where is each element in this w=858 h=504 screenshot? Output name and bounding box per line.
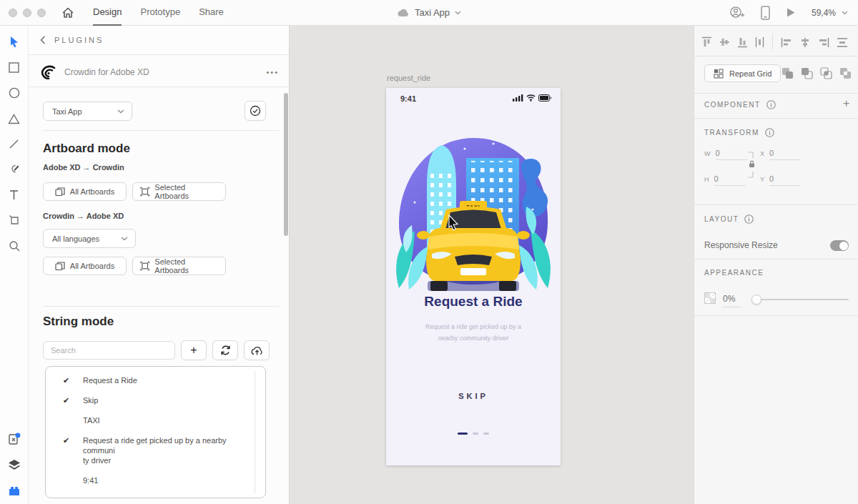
y-input[interactable]: [769, 174, 801, 186]
width-field[interactable]: W: [704, 149, 747, 160]
text-tool-icon[interactable]: [7, 187, 21, 202]
minimize-window-icon[interactable]: [23, 9, 31, 17]
distribute-horizontal-icon[interactable]: [755, 36, 764, 48]
zoom-tool-icon[interactable]: [7, 239, 21, 253]
home-icon[interactable]: [61, 6, 74, 19]
play-preview-icon[interactable]: [786, 7, 796, 18]
all-artboards-label: All Artboards: [70, 262, 114, 270]
mode-tabs: Design Prototype Share: [93, 0, 224, 26]
tab-design[interactable]: Design: [93, 0, 122, 26]
string-row[interactable]: 9:41: [46, 470, 265, 490]
add-component-button[interactable]: +: [843, 97, 849, 110]
selected-artboards-label: Selected Artboards: [154, 183, 218, 200]
align-center-icon[interactable]: [799, 37, 811, 48]
boolean-exclude-icon[interactable]: [839, 67, 852, 79]
boolean-subtract-icon[interactable]: [801, 67, 813, 79]
check-icon: ✔: [63, 375, 69, 385]
all-artboards-button-download[interactable]: All Artboards: [43, 257, 127, 275]
xd-to-crowdin-label: Adobe XD → Crowdin: [43, 163, 124, 172]
artboard-request-ride[interactable]: 9:41: [386, 88, 561, 465]
selected-artboards-button-upload[interactable]: Selected Artboards: [132, 182, 226, 201]
height-field[interactable]: H: [704, 174, 746, 186]
align-right-icon[interactable]: [818, 37, 829, 48]
selected-artboards-label: Selected Artboards: [154, 257, 218, 275]
select-tool-icon[interactable]: [7, 34, 21, 49]
refresh-strings-button[interactable]: [212, 340, 238, 360]
string-row[interactable]: ✔ Request a ride get picked up by a near…: [46, 430, 265, 470]
dot: [473, 433, 478, 435]
plugins-panel-icon[interactable]: [7, 483, 21, 498]
device-preview-icon[interactable]: [761, 6, 770, 20]
rectangle-tool-icon[interactable]: [7, 60, 21, 74]
opacity-value[interactable]: 0%: [723, 294, 741, 307]
maximize-window-icon[interactable]: [37, 9, 46, 17]
string-label: Skip: [83, 396, 98, 405]
align-left-icon[interactable]: [781, 37, 792, 48]
document-title: Taxi App: [415, 7, 450, 18]
responsive-resize-toggle[interactable]: [830, 240, 849, 251]
plugin-more-menu-icon[interactable]: •••: [266, 68, 279, 76]
y-field[interactable]: Y: [760, 174, 801, 186]
crowdin-logo-icon: [40, 65, 56, 79]
artboard-tool-icon[interactable]: [7, 213, 21, 227]
check-icon: ✔: [63, 435, 69, 445]
string-row[interactable]: TAXI: [46, 410, 265, 430]
tab-prototype[interactable]: Prototype: [140, 0, 180, 26]
string-mode-heading: String mode: [43, 315, 114, 329]
string-label: Request a ride get picked up by a nearby…: [83, 436, 227, 455]
info-icon[interactable]: [766, 100, 776, 109]
string-label: 9:41: [83, 476, 98, 485]
x-field[interactable]: X: [760, 149, 801, 160]
selected-artboards-button-download[interactable]: Selected Artboards: [132, 257, 226, 275]
align-bottom-icon[interactable]: [737, 36, 748, 48]
string-row[interactable]: ✔ Skip: [46, 390, 265, 410]
languages-select[interactable]: All languages: [43, 229, 136, 248]
all-artboards-button-upload[interactable]: All Artboards: [43, 182, 127, 201]
boolean-add-icon[interactable]: [781, 67, 794, 79]
line-tool-icon[interactable]: [7, 137, 21, 151]
add-string-button[interactable]: +: [181, 340, 207, 360]
zoom-level-control[interactable]: 59,4%: [812, 8, 848, 18]
search-input[interactable]: [43, 341, 175, 360]
invite-user-icon[interactable]: [729, 6, 745, 20]
project-select-value: Taxi App: [52, 107, 82, 116]
copies-icon: [55, 187, 65, 197]
lock-aspect-icon[interactable]: [749, 160, 755, 168]
layers-panel-icon[interactable]: [7, 458, 21, 472]
string-row[interactable]: ✔ Request a Ride: [46, 370, 265, 390]
document-title-menu[interactable]: Taxi App: [397, 7, 461, 18]
plugins-panel-scrollbar[interactable]: [284, 93, 288, 236]
repeat-grid-button[interactable]: Repeat Grid: [704, 64, 781, 82]
polygon-tool-icon[interactable]: [7, 112, 21, 126]
artboard-name[interactable]: request_ride: [387, 74, 430, 82]
back-chevron-icon[interactable]: [40, 36, 46, 44]
window-controls[interactable]: [9, 9, 46, 17]
confirm-project-button[interactable]: [245, 101, 266, 121]
height-input[interactable]: [714, 174, 746, 186]
pagination-dots: [386, 433, 561, 435]
opacity-slider-knob[interactable]: [751, 295, 761, 305]
info-icon[interactable]: [744, 214, 754, 224]
opacity-slider[interactable]: [753, 299, 849, 300]
align-top-icon[interactable]: [701, 36, 712, 48]
upload-strings-button[interactable]: [244, 340, 270, 360]
artboard-mode-heading: Artboard mode: [43, 142, 130, 156]
x-input[interactable]: [769, 149, 801, 160]
width-input[interactable]: [716, 149, 747, 160]
link-bracket-bottom: [747, 171, 754, 178]
ellipse-tool-icon[interactable]: [7, 86, 21, 100]
close-window-icon[interactable]: [9, 9, 17, 17]
info-icon[interactable]: [765, 128, 774, 137]
list-scrollbar[interactable]: [255, 371, 255, 493]
project-select[interactable]: Taxi App: [43, 102, 132, 121]
crowdin-to-xd-label: Crowdin → Adobe XD: [43, 212, 124, 220]
taxi-illustration: TAXI: [386, 117, 561, 302]
tab-share[interactable]: Share: [199, 0, 224, 26]
assets-panel-icon[interactable]: [7, 432, 21, 446]
pen-tool-icon[interactable]: [7, 162, 21, 177]
align-middle-icon[interactable]: [719, 36, 730, 48]
boolean-intersect-icon[interactable]: [820, 67, 832, 79]
skip-button[interactable]: SKIP: [386, 392, 561, 400]
plus-icon: +: [190, 344, 197, 357]
distribute-vertical-icon[interactable]: [837, 37, 848, 48]
